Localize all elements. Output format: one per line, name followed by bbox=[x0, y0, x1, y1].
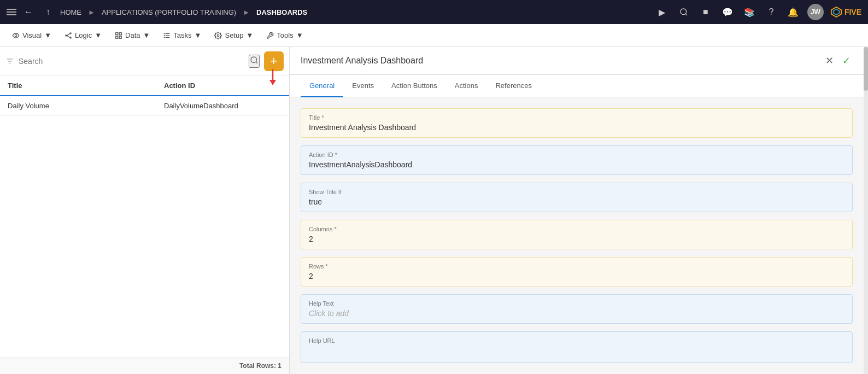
svg-rect-10 bbox=[116, 32, 118, 34]
visual-menu[interactable]: Visual ▼ bbox=[7, 28, 57, 43]
stop-icon[interactable]: ■ bbox=[698, 4, 713, 20]
tab-action-buttons[interactable]: Action Buttons bbox=[383, 75, 446, 97]
tabs-bar: General Events Action Buttons Actions Re… bbox=[290, 75, 864, 97]
columns-field[interactable]: Columns * 2 bbox=[301, 220, 853, 249]
dashboards-nav[interactable]: DASHBOARDS bbox=[256, 8, 307, 16]
setup-menu[interactable]: Setup ▼ bbox=[209, 28, 259, 43]
help-text-label: Help Text bbox=[309, 300, 844, 307]
detail-title: Investment Analysis Dashboard bbox=[301, 56, 423, 66]
help-text-field[interactable]: Help Text Click to add bbox=[301, 294, 853, 324]
svg-line-9 bbox=[67, 36, 70, 38]
svg-rect-12 bbox=[116, 36, 118, 38]
right-panel-header: Investment Analysis Dashboard ✕ ✓ bbox=[290, 47, 864, 75]
title-field[interactable]: Title * Investment Analysis Dashboard bbox=[301, 108, 853, 138]
applications-nav[interactable]: APPLICATIONS (PORTFOLIO TRAINING) bbox=[102, 8, 236, 16]
tasks-menu[interactable]: Tasks ▼ bbox=[157, 28, 207, 43]
title-field-value[interactable]: Investment Analysis Dashboard bbox=[309, 123, 844, 132]
svg-line-22 bbox=[256, 62, 257, 63]
svg-point-6 bbox=[70, 32, 71, 33]
top-bar-actions: ▶ ■ 💬 📚 ? 🔔 JW FIVE bbox=[654, 4, 861, 20]
svg-point-5 bbox=[66, 34, 67, 36]
columns-field-label: Columns * bbox=[309, 226, 844, 232]
scrollbar[interactable] bbox=[864, 47, 868, 374]
row-action-id: DailyVolumeDashboard bbox=[156, 96, 289, 115]
svg-marker-3 bbox=[833, 9, 839, 15]
help-url-value[interactable] bbox=[309, 346, 844, 357]
svg-rect-11 bbox=[119, 32, 121, 34]
tab-references[interactable]: References bbox=[486, 75, 540, 97]
form-area: Title * Investment Analysis Dashboard Ac… bbox=[290, 97, 864, 374]
svg-marker-24 bbox=[269, 80, 276, 85]
scrollbar-thumb[interactable] bbox=[864, 47, 868, 91]
secondary-navigation: Visual ▼ Logic ▼ Data ▼ Tasks ▼ Setup ▼ … bbox=[0, 24, 868, 47]
play-icon[interactable]: ▶ bbox=[654, 4, 670, 20]
columns-field-value[interactable]: 2 bbox=[309, 235, 844, 243]
add-dashboard-button[interactable]: + bbox=[264, 51, 284, 71]
title-field-label: Title * bbox=[309, 114, 844, 121]
help-icon[interactable]: ? bbox=[764, 4, 779, 20]
svg-point-4 bbox=[15, 34, 17, 37]
header-action-buttons: ✕ ✓ bbox=[823, 52, 853, 69]
title-column-header: Title bbox=[0, 76, 156, 95]
back-button[interactable]: ← bbox=[21, 4, 36, 20]
search-button[interactable] bbox=[249, 55, 260, 68]
search-bar: + bbox=[0, 47, 289, 76]
tab-actions[interactable]: Actions bbox=[446, 75, 487, 97]
table-body: Daily Volume DailyVolumeDashboard bbox=[0, 96, 289, 357]
show-title-if-label: Show Title If bbox=[309, 189, 844, 195]
show-title-if-value[interactable]: true bbox=[309, 197, 844, 206]
avatar[interactable]: JW bbox=[807, 4, 824, 20]
book-icon[interactable]: 📚 bbox=[742, 4, 757, 20]
rows-field-value[interactable]: 2 bbox=[309, 272, 844, 280]
tools-menu[interactable]: Tools ▼ bbox=[261, 28, 308, 43]
svg-point-21 bbox=[251, 57, 257, 63]
svg-rect-13 bbox=[119, 36, 121, 38]
top-navigation-bar: ← ↑ HOME ► APPLICATIONS (PORTFOLIO TRAIN… bbox=[0, 0, 868, 24]
svg-point-0 bbox=[681, 9, 687, 15]
breadcrumb: ← ↑ HOME ► APPLICATIONS (PORTFOLIO TRAIN… bbox=[7, 4, 307, 20]
action-id-field-value[interactable]: InvestmentAnalysisDashboard bbox=[309, 160, 844, 169]
right-panel: Investment Analysis Dashboard ✕ ✓ Genera… bbox=[290, 47, 864, 374]
tab-events[interactable]: Events bbox=[343, 75, 383, 97]
svg-point-17 bbox=[218, 34, 220, 37]
left-panel: + Title Action ID Daily Volume DailyVolu… bbox=[0, 47, 290, 374]
row-title: Daily Volume bbox=[0, 96, 156, 115]
confirm-button[interactable]: ✓ bbox=[840, 52, 853, 69]
svg-line-8 bbox=[67, 33, 70, 36]
help-url-field[interactable]: Help URL bbox=[301, 331, 853, 363]
table-row[interactable]: Daily Volume DailyVolumeDashboard bbox=[0, 96, 289, 116]
close-button[interactable]: ✕ bbox=[823, 52, 836, 69]
arrow-indicator bbox=[266, 69, 279, 86]
filter-icon bbox=[5, 57, 14, 66]
rows-field[interactable]: Rows * 2 bbox=[301, 257, 853, 287]
chat-icon[interactable]: 💬 bbox=[720, 4, 735, 20]
table-header: Title Action ID bbox=[0, 76, 289, 96]
show-title-if-field[interactable]: Show Title If true bbox=[301, 183, 853, 212]
data-menu[interactable]: Data ▼ bbox=[109, 28, 155, 43]
tab-general[interactable]: General bbox=[301, 75, 343, 97]
search-input[interactable] bbox=[19, 57, 244, 66]
search-icon[interactable] bbox=[676, 4, 691, 20]
hamburger-menu[interactable] bbox=[7, 9, 16, 15]
help-text-value[interactable]: Click to add bbox=[309, 309, 844, 318]
svg-marker-2 bbox=[831, 7, 841, 17]
add-button-container: + bbox=[264, 51, 284, 71]
main-content: + Title Action ID Daily Volume DailyVolu… bbox=[0, 47, 868, 374]
help-url-label: Help URL bbox=[309, 337, 844, 344]
svg-line-1 bbox=[685, 14, 687, 15]
logic-menu[interactable]: Logic ▼ bbox=[59, 28, 107, 43]
action-id-field[interactable]: Action ID * InvestmentAnalysisDashboard bbox=[301, 145, 853, 175]
bell-icon[interactable]: 🔔 bbox=[785, 4, 801, 20]
five-logo: FIVE bbox=[830, 6, 861, 18]
table-footer: Total Rows: 1 bbox=[0, 357, 289, 374]
svg-point-7 bbox=[70, 37, 71, 38]
action-id-field-label: Action ID * bbox=[309, 151, 844, 158]
home-nav[interactable]: HOME bbox=[60, 8, 81, 16]
rows-field-label: Rows * bbox=[309, 263, 844, 270]
up-button[interactable]: ↑ bbox=[40, 4, 56, 20]
